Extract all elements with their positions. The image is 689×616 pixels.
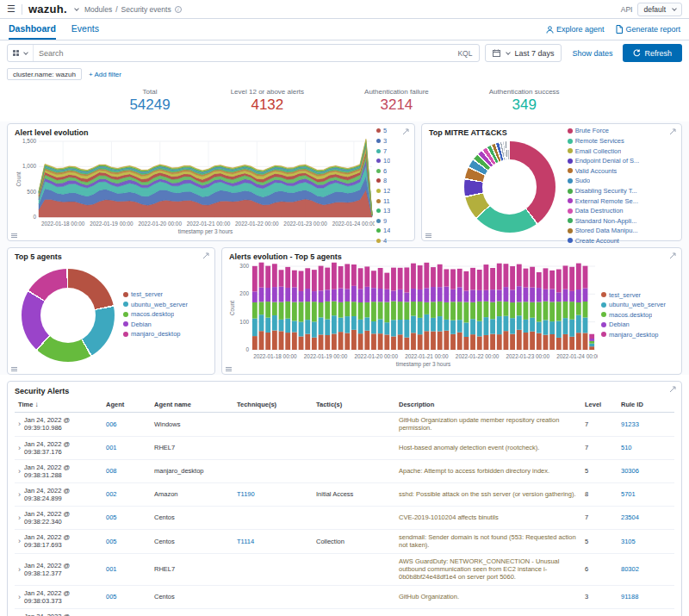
legend-item[interactable]: 12 — [376, 187, 390, 195]
area-chart[interactable]: 05001,0001,5002022-01-18 00:002022-01-19… — [15, 137, 375, 237]
generate-report-button[interactable]: Generate report — [616, 25, 680, 34]
legend-item[interactable]: Debian — [123, 320, 188, 328]
legend-item[interactable]: Debian — [601, 320, 666, 328]
table-row[interactable]: ›Jan 24, 2022 @ 09:38:12.377001RHEL7AWS … — [15, 554, 674, 586]
expand-icon[interactable] — [669, 128, 676, 135]
stat-value[interactable]: 3214 — [364, 96, 429, 114]
legend-item[interactable]: ubuntu_web_server — [601, 301, 666, 308]
date-picker[interactable]: Last 7 days — [485, 44, 562, 62]
legend-item[interactable]: ubuntu_web_server — [123, 301, 188, 308]
legend-item[interactable]: test_server — [123, 290, 188, 298]
legend-item[interactable]: 6 — [376, 167, 390, 175]
expand-row-icon[interactable]: › — [18, 467, 21, 476]
expand-icon[interactable] — [669, 386, 676, 393]
column-time[interactable]: Time ↓ — [18, 401, 102, 408]
legend-item[interactable]: 9 — [376, 217, 390, 225]
cell-agent-link[interactable]: 001 — [106, 444, 151, 451]
stat-value[interactable]: 4132 — [231, 96, 304, 114]
expand-row-icon[interactable]: › — [18, 593, 21, 601]
cell-rule-id-link[interactable]: 5701 — [621, 490, 671, 498]
expand-icon[interactable] — [202, 252, 209, 259]
stat-value[interactable]: 349 — [489, 96, 560, 114]
kql-toggle[interactable]: KQL — [450, 49, 479, 58]
cell-rule-id-link[interactable]: 80302 — [621, 565, 671, 573]
legend-item[interactable]: 3 — [376, 137, 390, 145]
cell-agent-link[interactable]: 005 — [106, 538, 151, 545]
filter-chip[interactable]: cluster.name: wazuh — [7, 68, 82, 80]
cell-agent-link[interactable]: 001 — [106, 565, 151, 573]
cell-technique[interactable]: T1190 — [237, 490, 313, 498]
legend-item[interactable]: Data Destruction — [568, 207, 640, 215]
info-icon[interactable]: i — [175, 6, 182, 13]
column-agent[interactable]: Agent — [106, 401, 151, 408]
tab-events[interactable]: Events — [71, 19, 99, 40]
cell-rule-id-link[interactable]: 3105 — [621, 538, 671, 545]
expand-icon[interactable] — [402, 128, 409, 135]
legend-item[interactable]: macos.desktop — [601, 311, 666, 319]
column-techniques[interactable]: Technique(s) — [237, 401, 313, 408]
legend-item[interactable]: Email Collection — [568, 147, 640, 155]
table-row[interactable]: ›Jan 24, 2022 @ 09:38:03.373005CentosGit… — [15, 586, 674, 609]
cell-rule-id-link[interactable]: 23504 — [621, 513, 671, 521]
api-selector[interactable]: default — [637, 3, 682, 16]
column-agent-name[interactable]: Agent name — [154, 401, 233, 408]
legend-item[interactable]: macos.desktop — [123, 310, 188, 318]
explore-agent-button[interactable]: Explore agent — [546, 25, 605, 34]
agents-donut-chart[interactable] — [22, 269, 115, 362]
legend-item[interactable]: 13 — [376, 207, 390, 215]
legend-item[interactable]: Endpoint Denial of S... — [568, 157, 640, 165]
cell-agent-link[interactable]: 006 — [106, 420, 151, 428]
table-row[interactable]: ›Jan 24, 2022 @ 09:38:17.693005CentosT11… — [15, 530, 674, 554]
column-rule-id[interactable]: Rule ID — [621, 401, 671, 408]
expand-row-icon[interactable]: › — [18, 420, 21, 428]
legend-item[interactable]: manjaro_desktop — [601, 331, 666, 339]
legend-toggle-icon[interactable] — [11, 233, 17, 238]
cell-agent-link[interactable]: 005 — [106, 593, 151, 600]
expand-row-icon[interactable]: › — [18, 444, 21, 452]
legend-item[interactable]: Sudo — [568, 177, 640, 184]
legend-item[interactable]: Create Account — [568, 237, 640, 245]
table-row[interactable]: ›Jan 24, 2022 @ 09:38:24.899002AmazonT11… — [15, 483, 674, 507]
legend-item[interactable]: 5 — [376, 127, 390, 134]
legend-item[interactable]: Disabling Security T... — [568, 187, 640, 195]
mitre-donut-chart[interactable] — [464, 141, 556, 233]
breadcrumb-security-events[interactable]: Security events — [121, 5, 171, 14]
table-row[interactable]: ›Jan 24, 2022 @ 09:39:10.986006WindowsGi… — [15, 413, 674, 437]
legend-item[interactable]: test_server — [601, 291, 666, 299]
legend-item[interactable]: Standard Non-Appli... — [568, 217, 640, 225]
legend-item[interactable]: Stored Data Manipu... — [568, 227, 640, 234]
column-tactics[interactable]: Tactic(s) — [316, 401, 395, 408]
legend-toggle-icon[interactable] — [11, 367, 17, 371]
legend-item[interactable]: Remote Services — [568, 137, 640, 145]
legend-item[interactable]: 10 — [376, 157, 390, 165]
table-row[interactable]: ›Jan 24, 2022 @ 09:38:37.176001RHEL7Host… — [15, 437, 674, 460]
legend-item[interactable]: External Remote Se... — [568, 197, 640, 205]
search-input[interactable] — [34, 49, 450, 58]
column-description[interactable]: Description — [399, 401, 581, 408]
legend-item[interactable]: 7 — [376, 147, 390, 155]
legend-item[interactable]: 11 — [376, 197, 390, 205]
stacked-bar-chart[interactable]: 01002003002022-01-18 00:002022-01-19 00:… — [229, 261, 598, 370]
expand-row-icon[interactable]: › — [18, 513, 21, 522]
show-dates-button[interactable]: Show dates — [567, 49, 618, 58]
cell-technique[interactable]: T1114 — [237, 538, 313, 545]
breadcrumb-modules[interactable]: Modules — [84, 5, 112, 14]
cell-rule-id-link[interactable]: 91188 — [621, 593, 671, 600]
cell-rule-id-link[interactable]: 510 — [621, 444, 671, 451]
legend-item[interactable]: 14 — [376, 227, 390, 234]
table-row[interactable]: ›Jan 24, 2022 @ 09:38:31.288008manjaro_d… — [15, 460, 674, 483]
expand-row-icon[interactable]: › — [18, 565, 21, 574]
chevron-down-icon[interactable] — [74, 6, 79, 11]
refresh-button[interactable]: Refresh — [623, 44, 682, 62]
tab-dashboard[interactable]: Dashboard — [9, 19, 56, 40]
cell-agent-link[interactable]: 008 — [106, 467, 151, 475]
legend-toggle-icon[interactable] — [226, 367, 232, 371]
legend-toggle-icon[interactable] — [425, 233, 431, 238]
table-row[interactable]: ›Jan 24, 2022 @ 09:38:22.340005CentosCVE… — [15, 507, 674, 530]
legend-item[interactable]: 8 — [376, 177, 390, 184]
legend-item[interactable]: 4 — [376, 237, 390, 245]
table-row[interactable]: ›Jan 24, 2022 @ 09:38:02.044014ubuntu_we… — [15, 609, 674, 616]
cell-rule-id-link[interactable]: 30306 — [621, 467, 671, 475]
cell-agent-link[interactable]: 002 — [106, 490, 151, 498]
legend-item[interactable]: Brute Force — [568, 127, 640, 134]
